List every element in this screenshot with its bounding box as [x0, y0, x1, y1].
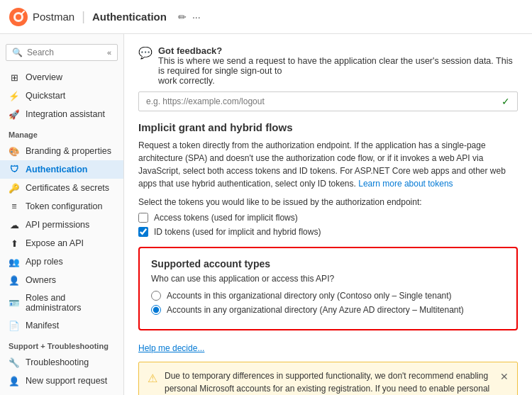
- branding-icon: 🎨: [9, 145, 20, 157]
- certificates-icon: 🔑: [9, 182, 20, 194]
- single-tenant-row: Accounts in this organizational director…: [151, 291, 505, 301]
- sidebar-item-integration[interactable]: 🚀 Integration assistant: [0, 105, 123, 123]
- app-logo: Postman | Authentication: [9, 7, 167, 27]
- access-tokens-checkbox[interactable]: [138, 213, 148, 223]
- id-tokens-label[interactable]: ID tokens (used for implicit and hybrid …: [154, 227, 321, 237]
- feedback-text: Got feedback? This is where we send a re…: [158, 45, 518, 86]
- sidebar-item-owners[interactable]: 👤 Owners: [0, 271, 123, 289]
- sidebar-item-authentication[interactable]: 🛡 Authentication: [0, 160, 123, 179]
- sidebar-item-new-request[interactable]: 👤 New support request: [0, 372, 123, 390]
- owners-icon: 👤: [9, 274, 20, 286]
- feedback-row: 💬 Got feedback? This is where we send a …: [138, 45, 518, 86]
- sidebar-item-quickstart[interactable]: ⚡ Quickstart: [0, 87, 123, 105]
- sidebar-item-label: Troubleshooting: [26, 357, 89, 367]
- token-selection-label: Select the tokens you would like to be i…: [138, 197, 518, 207]
- top-bar: Postman | Authentication ✏ ···: [0, 0, 532, 34]
- supported-account-title: Supported account types: [151, 258, 505, 269]
- more-icon[interactable]: ···: [192, 11, 201, 23]
- search-input[interactable]: [27, 48, 103, 57]
- sidebar-item-label: Authentication: [26, 165, 88, 174]
- sidebar-item-label: Quickstart: [26, 91, 65, 101]
- help-decide-link[interactable]: Help me decide...: [138, 343, 204, 353]
- sidebar-item-label: API permissions: [26, 220, 89, 230]
- manifest-icon: 📄: [9, 320, 20, 331]
- quickstart-icon: ⚡: [9, 90, 20, 101]
- search-icon: 🔍: [12, 48, 23, 57]
- implicit-learn-more-link[interactable]: Learn more about tokens: [358, 179, 453, 189]
- id-tokens-row: ID tokens (used for implicit and hybrid …: [138, 227, 518, 237]
- troubleshooting-icon: 🔧: [9, 357, 20, 368]
- sidebar: 🔍 « ⊞ Overview ⚡ Quickstart 🚀 Integratio…: [0, 34, 124, 395]
- warning-banner-1: ⚠ Due to temporary differences in suppor…: [138, 362, 518, 395]
- sidebar-item-label: Roles and administrators: [26, 293, 115, 313]
- id-tokens-checkbox[interactable]: [138, 227, 148, 237]
- edit-icon[interactable]: ✏: [178, 11, 187, 23]
- single-tenant-label[interactable]: Accounts in this organizational director…: [167, 291, 452, 301]
- expose-api-icon: ⬆: [9, 238, 20, 249]
- top-bar-divider: |: [82, 9, 85, 24]
- sidebar-item-label: Integration assistant: [26, 109, 105, 119]
- sidebar-item-label: Branding & properties: [26, 146, 111, 156]
- access-tokens-label[interactable]: Access tokens (used for implicit flows): [154, 213, 298, 223]
- search-box[interactable]: 🔍 «: [6, 44, 118, 61]
- app-roles-icon: 👥: [9, 256, 20, 267]
- api-permissions-icon: ☁: [9, 219, 20, 230]
- sidebar-item-label: Token configuration: [26, 201, 102, 211]
- warning-text-1: Due to temporary differences in supporte…: [165, 369, 493, 395]
- sidebar-item-branding[interactable]: 🎨 Branding & properties: [0, 142, 123, 160]
- sidebar-item-roles-admins[interactable]: 🪪 Roles and administrators: [0, 289, 123, 316]
- sidebar-item-label: New support request: [26, 376, 107, 386]
- sidebar-item-token[interactable]: ≡ Token configuration: [0, 197, 123, 216]
- content-area: 💬 Got feedback? This is where we send a …: [124, 34, 532, 395]
- sidebar-item-overview[interactable]: ⊞ Overview: [0, 68, 123, 87]
- authentication-icon: 🛡: [9, 164, 20, 175]
- integration-icon: 🚀: [9, 109, 20, 120]
- check-icon: ✓: [501, 96, 510, 107]
- multitenant-radio[interactable]: [151, 305, 161, 315]
- support-section-label: Support + Troubleshooting: [0, 335, 123, 353]
- sidebar-item-troubleshooting[interactable]: 🔧 Troubleshooting: [0, 353, 123, 372]
- single-tenant-radio[interactable]: [151, 291, 161, 301]
- sidebar-item-manifest[interactable]: 📄 Manifest: [0, 316, 123, 335]
- sidebar-item-app-roles[interactable]: 👥 App roles: [0, 252, 123, 271]
- account-types-box: Supported account types Who can use this…: [138, 247, 518, 330]
- svg-point-2: [16, 14, 21, 20]
- feedback-desc: This is where we send a request to have …: [158, 56, 518, 86]
- implicit-section-title: Implicit grant and hybrid flows: [138, 121, 518, 133]
- postman-icon: [9, 7, 28, 27]
- logout-url-input[interactable]: [146, 96, 499, 106]
- warning1-close-icon[interactable]: ✕: [500, 369, 509, 384]
- sidebar-item-certificates[interactable]: 🔑 Certificates & secrets: [0, 179, 123, 197]
- top-bar-actions: ✏ ···: [178, 11, 201, 23]
- multitenant-label[interactable]: Accounts in any organizational directory…: [167, 305, 464, 315]
- manage-section-label: Manage: [0, 123, 123, 142]
- page-title: Authentication: [92, 11, 167, 23]
- warning-icon-1: ⚠: [148, 370, 157, 387]
- sidebar-item-label: Certificates & secrets: [26, 183, 109, 193]
- main-layout: 🔍 « ⊞ Overview ⚡ Quickstart 🚀 Integratio…: [0, 34, 532, 395]
- collapse-icon[interactable]: «: [107, 48, 111, 57]
- sidebar-item-label: Expose an API: [26, 238, 84, 248]
- supported-account-desc: Who can use this application or access t…: [151, 274, 505, 284]
- feedback-title: Got feedback?: [158, 45, 222, 56]
- feedback-icon: 💬: [138, 46, 153, 60]
- sidebar-item-label: App roles: [26, 257, 63, 267]
- roles-icon: 🪪: [9, 297, 20, 308]
- multitenant-row: Accounts in any organizational directory…: [151, 305, 505, 315]
- logout-url-input-row[interactable]: ✓: [138, 91, 518, 111]
- sidebar-item-expose-api[interactable]: ⬆ Expose an API: [0, 234, 123, 252]
- app-name: Postman: [33, 11, 74, 23]
- new-request-icon: 👤: [9, 375, 20, 386]
- access-tokens-row: Access tokens (used for implicit flows): [138, 213, 518, 223]
- token-icon: ≡: [9, 201, 20, 212]
- sidebar-item-label: Overview: [26, 72, 62, 82]
- implicit-section-desc: Request a token directly from the author…: [138, 139, 518, 190]
- sidebar-item-api-permissions[interactable]: ☁ API permissions: [0, 216, 123, 234]
- sidebar-item-label: Manifest: [26, 321, 59, 330]
- overview-icon: ⊞: [9, 72, 20, 83]
- sidebar-item-label: Owners: [26, 275, 56, 285]
